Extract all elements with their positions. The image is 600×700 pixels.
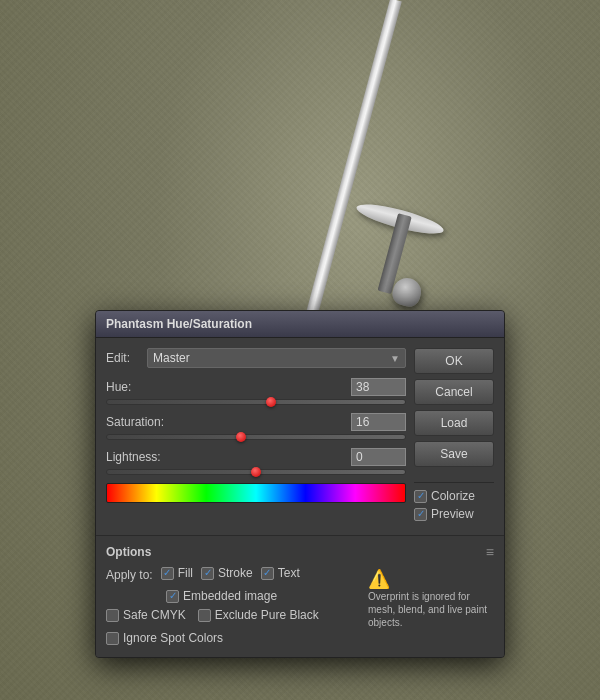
dialog-left-panel: Edit: Master ▼ Hue: Saturation: xyxy=(106,348,406,525)
lightness-label-row: Lightness: xyxy=(106,448,406,466)
lightness-slider-thumb[interactable] xyxy=(251,467,261,477)
lightness-input[interactable] xyxy=(351,448,406,466)
saturation-label-row: Saturation: xyxy=(106,413,406,431)
text-checkbox[interactable] xyxy=(261,567,274,580)
safe-cmyk-checkbox[interactable] xyxy=(106,609,119,622)
safe-cmyk-label: Safe CMYK xyxy=(123,608,186,622)
stroke-checkbox[interactable] xyxy=(201,567,214,580)
edit-label: Edit: xyxy=(106,351,141,365)
lightness-slider-track[interactable] xyxy=(106,469,406,475)
save-button[interactable]: Save xyxy=(414,441,494,467)
dialog-title: Phantasm Hue/Saturation xyxy=(106,317,252,331)
exclude-black-checkbox[interactable] xyxy=(198,609,211,622)
ignore-spot-colors-checkbox[interactable] xyxy=(106,632,119,645)
divider-1 xyxy=(414,482,494,483)
safe-cmyk-row[interactable]: Safe CMYK xyxy=(106,608,186,622)
exclude-black-row[interactable]: Exclude Pure Black xyxy=(198,608,319,622)
cmyk-row: Safe CMYK Exclude Pure Black xyxy=(106,608,354,626)
preview-checkbox[interactable] xyxy=(414,508,427,521)
stroke-row[interactable]: Stroke xyxy=(201,566,253,580)
hue-label-row: Hue: xyxy=(106,378,406,396)
fill-label: Fill xyxy=(178,566,193,580)
colorize-row[interactable]: Colorize xyxy=(414,489,494,503)
dialog-right-panel: OK Cancel Load Save Colorize Preview xyxy=(414,348,494,525)
warning-box: ⚠️ Overprint is ignored for mesh, blend,… xyxy=(364,566,494,649)
cancel-button[interactable]: Cancel xyxy=(414,379,494,405)
dialog-body: Edit: Master ▼ Hue: Saturation: xyxy=(96,338,504,535)
lightness-label: Lightness: xyxy=(106,450,161,464)
saturation-input[interactable] xyxy=(351,413,406,431)
options-header: Options ≡ xyxy=(106,544,494,560)
ignore-spot-colors-label: Ignore Spot Colors xyxy=(123,631,223,645)
preview-row[interactable]: Preview xyxy=(414,507,494,521)
stroke-label: Stroke xyxy=(218,566,253,580)
saturation-label: Saturation: xyxy=(106,415,164,429)
ignore-spot-colors-row[interactable]: Ignore Spot Colors xyxy=(106,631,354,645)
hue-slider-thumb[interactable] xyxy=(266,397,276,407)
colorize-label: Colorize xyxy=(431,489,475,503)
hue-row: Hue: xyxy=(106,378,406,405)
spectrum-bar xyxy=(106,483,406,503)
sword-pommel xyxy=(390,275,424,309)
text-label: Text xyxy=(278,566,300,580)
load-button[interactable]: Load xyxy=(414,410,494,436)
ok-button[interactable]: OK xyxy=(414,348,494,374)
embedded-image-label: Embedded image xyxy=(183,589,277,603)
options-title: Options xyxy=(106,545,151,559)
edit-row: Edit: Master ▼ xyxy=(106,348,406,368)
lightness-row: Lightness: xyxy=(106,448,406,475)
hue-slider-track[interactable] xyxy=(106,399,406,405)
fill-row[interactable]: Fill xyxy=(161,566,193,580)
saturation-slider-thumb[interactable] xyxy=(236,432,246,442)
options-section: Options ≡ Apply to: Fill Stroke xyxy=(96,535,504,657)
hue-label: Hue: xyxy=(106,380,131,394)
embedded-image-checkbox[interactable] xyxy=(166,590,179,603)
right-checkboxes: Colorize Preview xyxy=(414,476,494,525)
dialog-titlebar: Phantasm Hue/Saturation xyxy=(96,311,504,338)
options-bottom-left: Apply to: Fill Stroke Text xyxy=(106,566,354,649)
options-menu-icon[interactable]: ≡ xyxy=(486,544,494,560)
options-bottom: Apply to: Fill Stroke Text xyxy=(106,566,494,649)
saturation-slider-track[interactable] xyxy=(106,434,406,440)
chevron-down-icon: ▼ xyxy=(390,353,400,364)
hue-input[interactable] xyxy=(351,378,406,396)
apply-to-row: Apply to: Fill Stroke Text xyxy=(106,566,354,584)
preview-label: Preview xyxy=(431,507,474,521)
fill-checkbox[interactable] xyxy=(161,567,174,580)
text-row[interactable]: Text xyxy=(261,566,300,580)
exclude-black-label: Exclude Pure Black xyxy=(215,608,319,622)
apply-to-label: Apply to: xyxy=(106,568,153,582)
warning-icon: ⚠️ xyxy=(368,570,390,588)
hue-saturation-dialog: Phantasm Hue/Saturation Edit: Master ▼ H… xyxy=(95,310,505,658)
embedded-image-row[interactable]: Embedded image xyxy=(166,589,354,603)
edit-dropdown-value: Master xyxy=(153,351,190,365)
saturation-row: Saturation: xyxy=(106,413,406,440)
colorize-checkbox[interactable] xyxy=(414,490,427,503)
edit-dropdown[interactable]: Master ▼ xyxy=(147,348,406,368)
warning-text: Overprint is ignored for mesh, blend, an… xyxy=(368,590,490,629)
